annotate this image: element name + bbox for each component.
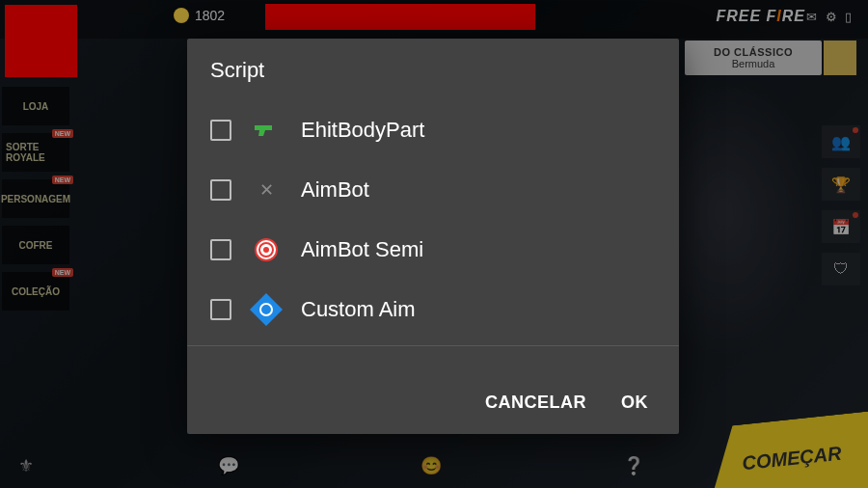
checkbox[interactable] <box>210 120 231 141</box>
checkbox[interactable] <box>210 299 231 320</box>
svg-point-3 <box>263 247 269 253</box>
checkbox[interactable] <box>210 239 231 260</box>
dialog-title: Script <box>187 39 679 100</box>
script-item-aimbot[interactable]: ✕ AimBot <box>210 160 656 220</box>
custom-aim-icon <box>253 298 280 321</box>
script-item-custom-aim[interactable]: Custom Aim <box>210 280 656 339</box>
script-label: EhitBodyPart <box>301 118 424 143</box>
divider <box>187 345 679 346</box>
ok-button[interactable]: OK <box>617 385 652 420</box>
script-item-aimbot-semi[interactable]: AimBot Semi <box>210 220 656 280</box>
dialog-body: EhitBodyPart ✕ AimBot AimBot Semi <box>187 100 679 371</box>
script-label: Custom Aim <box>301 297 416 322</box>
script-item-ehitbodypart[interactable]: EhitBodyPart <box>210 100 656 160</box>
cancel-button[interactable]: CANCELAR <box>481 385 590 420</box>
gun-icon <box>253 122 280 139</box>
script-dialog: Script EhitBodyPart ✕ AimBot <box>187 39 679 434</box>
target-icon <box>253 238 280 261</box>
dialog-actions: CANCELAR OK <box>187 371 679 434</box>
script-label: AimBot <box>301 177 369 203</box>
script-label: AimBot Semi <box>301 237 423 262</box>
crosshair-icon: ✕ <box>253 179 280 201</box>
checkbox[interactable] <box>210 179 231 201</box>
